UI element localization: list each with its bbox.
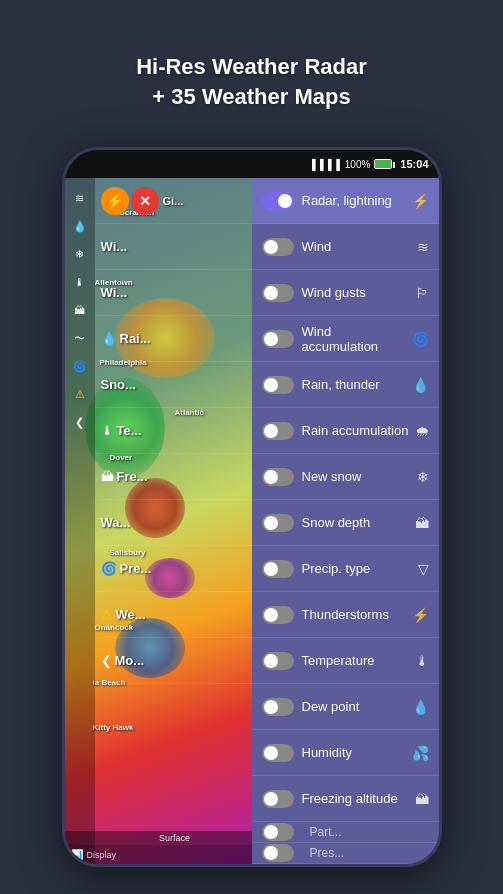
map-item-more[interactable]: ❮ Mo... bbox=[95, 638, 252, 684]
chevron-left-icon: ❮ bbox=[101, 653, 112, 668]
map-item-label-rain: Rai... bbox=[120, 331, 151, 346]
weather-item-snow-depth[interactable]: Snow depth 🏔 bbox=[252, 500, 439, 546]
phone-frame: ▐▐▐▐ 100% 15:04 Scranton Allentown Phila… bbox=[62, 147, 442, 867]
temperature-icon: 🌡 bbox=[415, 653, 429, 669]
toggle-rain-thunder[interactable] bbox=[262, 376, 294, 394]
weather-item-thunderstorms[interactable]: Thunderstorms ⚡ bbox=[252, 592, 439, 638]
freeze-sidebar-icon: 🏔 bbox=[68, 298, 92, 322]
weather-label-radar: Radar, lightning bbox=[302, 193, 408, 208]
wind-gusts-icon: 🏳 bbox=[415, 285, 429, 301]
weather-item-temperature[interactable]: Temperature 🌡 bbox=[252, 638, 439, 684]
header-title: Hi-Res Weather Radar + 35 Weather Maps bbox=[96, 24, 407, 131]
weather-item-wind[interactable]: Wind ≋ bbox=[252, 224, 439, 270]
radar-icon: ⚡ bbox=[412, 193, 429, 209]
left-sidebar: ≋ 💧 ❄ 🌡 🏔 〜 🌀 ⚠ ❮ bbox=[65, 178, 95, 864]
map-item-label-0: Gi... bbox=[163, 195, 184, 207]
toggle-wind[interactable] bbox=[262, 238, 294, 256]
close-button-row: ⚡ ✕ Gi... bbox=[95, 178, 252, 224]
toggle-new-snow[interactable] bbox=[262, 468, 294, 486]
weather-item-rain-thunder[interactable]: Rain, thunder 💧 bbox=[252, 362, 439, 408]
map-item-temp: 🌡 Te... bbox=[95, 408, 252, 454]
map-item-wind: Wi... bbox=[95, 224, 252, 270]
lightning-button[interactable]: ⚡ bbox=[101, 187, 129, 215]
map-item-label-wave: Wa... bbox=[101, 515, 131, 530]
weather-item-humidity[interactable]: Humidity 💦 bbox=[252, 730, 439, 776]
time-display: 15:04 bbox=[400, 158, 428, 170]
toggle-humidity[interactable] bbox=[262, 744, 294, 762]
map-item-snow: Sno... bbox=[95, 362, 252, 408]
wave-sidebar-icon: 〜 bbox=[68, 326, 92, 350]
weather-item-new-snow[interactable]: New snow ❄ bbox=[252, 454, 439, 500]
weather-label-rain-accum: Rain accumulation bbox=[302, 423, 411, 438]
weather-item-freezing-alt[interactable]: Freezing altitude 🏔 bbox=[252, 776, 439, 822]
map-overlay-list: ⚡ ✕ Gi... Wi... Wi... 💧 Rai... Sno... bbox=[95, 178, 252, 864]
phone-screen: Scranton Allentown Philadelphia Atlantic… bbox=[65, 178, 439, 864]
toggle-wind-accum[interactable] bbox=[262, 330, 294, 348]
wind-accum-icon: 🌀 bbox=[412, 331, 429, 347]
map-item-label-more: Mo... bbox=[115, 653, 145, 668]
signal-icon: ▐▐▐▐ bbox=[308, 159, 340, 170]
weather-label-rain-thunder: Rain, thunder bbox=[302, 377, 408, 392]
weather-label-wind-accum: Wind accumulation bbox=[302, 324, 408, 354]
thermometer-icon: 🌡 bbox=[101, 423, 114, 438]
map-item-wind2: Wi... bbox=[95, 270, 252, 316]
close-button[interactable]: ✕ bbox=[131, 187, 159, 215]
toggle-precip-type[interactable] bbox=[262, 560, 294, 578]
back-sidebar-icon[interactable]: ❮ bbox=[68, 410, 92, 434]
toggle-partial-2[interactable] bbox=[262, 844, 294, 862]
precip-icon: 🌀 bbox=[101, 561, 117, 576]
weather-item-rain-accum[interactable]: Rain accumulation 🌧 bbox=[252, 408, 439, 454]
map-bottom: Surface 📊 Display bbox=[65, 804, 252, 864]
weather-label-humidity: Humidity bbox=[302, 745, 408, 760]
partial-item-1[interactable]: Part... bbox=[252, 822, 439, 843]
toggle-wind-gusts[interactable] bbox=[262, 284, 294, 302]
pres-sidebar-icon: 🌀 bbox=[68, 354, 92, 378]
map-item-label-weather: We... bbox=[116, 607, 146, 622]
display-bar-text: Display bbox=[87, 850, 117, 860]
map-item-label-snow: Sno... bbox=[101, 377, 136, 392]
mountain-icon: 🏔 bbox=[101, 469, 114, 484]
weather-label-thunderstorms: Thunderstorms bbox=[302, 607, 408, 622]
toggle-rain-accum[interactable] bbox=[262, 422, 294, 440]
weather-item-wind-accum[interactable]: Wind accumulation 🌀 bbox=[252, 316, 439, 362]
rain-drop-icon: 💧 bbox=[101, 331, 117, 346]
battery-icon bbox=[374, 159, 392, 169]
weather-label-wind-gusts: Wind gusts bbox=[302, 285, 411, 300]
map-item-label-wind: Wi... bbox=[101, 239, 128, 254]
temp-sidebar-icon: 🌡 bbox=[68, 270, 92, 294]
map-item-label-temp: Te... bbox=[117, 423, 142, 438]
map-item-rain: 💧 Rai... bbox=[95, 316, 252, 362]
status-bar: ▐▐▐▐ 100% 15:04 bbox=[65, 150, 439, 178]
toggle-freezing-alt[interactable] bbox=[262, 790, 294, 808]
partial-label-2: Pres... bbox=[310, 846, 345, 860]
toggle-dew-point[interactable] bbox=[262, 698, 294, 716]
map-area: Scranton Allentown Philadelphia Atlantic… bbox=[65, 178, 252, 864]
warning-icon: ⚠ bbox=[101, 607, 113, 622]
map-item-label-freeze: Fre... bbox=[117, 469, 148, 484]
toggle-temperature[interactable] bbox=[262, 652, 294, 670]
map-item-label-wind2: Wi... bbox=[101, 285, 128, 300]
toggle-partial-1[interactable] bbox=[262, 823, 294, 841]
weather-item-wind-gusts[interactable]: Wind gusts 🏳 bbox=[252, 270, 439, 316]
toggle-thunderstorms[interactable] bbox=[262, 606, 294, 624]
weather-label-freezing-alt: Freezing altitude bbox=[302, 791, 411, 806]
weather-panel: Radar, lightning ⚡ Wind ≋ Wind gusts 🏳 W… bbox=[252, 178, 439, 864]
battery-percentage: 100% bbox=[345, 159, 371, 170]
partial-item-2[interactable]: Pres... bbox=[252, 843, 439, 864]
weather-item-precip-type[interactable]: Precip. type ▽ bbox=[252, 546, 439, 592]
toggle-radar[interactable] bbox=[262, 192, 294, 210]
weather-item-radar[interactable]: Radar, lightning ⚡ bbox=[252, 178, 439, 224]
snow-sidebar-icon: ❄ bbox=[68, 242, 92, 266]
map-item-wave: Wa... bbox=[95, 500, 252, 546]
precip-type-icon: ▽ bbox=[418, 561, 429, 577]
header-section: Hi-Res Weather Radar + 35 Weather Maps bbox=[56, 0, 447, 147]
rain-sidebar-icon: 💧 bbox=[68, 214, 92, 238]
toggle-snow-depth[interactable] bbox=[262, 514, 294, 532]
map-item-freeze: 🏔 Fre... bbox=[95, 454, 252, 500]
weather-label-temperature: Temperature bbox=[302, 653, 411, 668]
wind-icon: ≋ bbox=[417, 239, 429, 255]
freezing-alt-icon: 🏔 bbox=[415, 791, 429, 807]
weather-item-dew-point[interactable]: Dew point 💧 bbox=[252, 684, 439, 730]
rain-accum-icon: 🌧 bbox=[415, 423, 429, 439]
display-bar: 📊 Display bbox=[65, 845, 252, 864]
